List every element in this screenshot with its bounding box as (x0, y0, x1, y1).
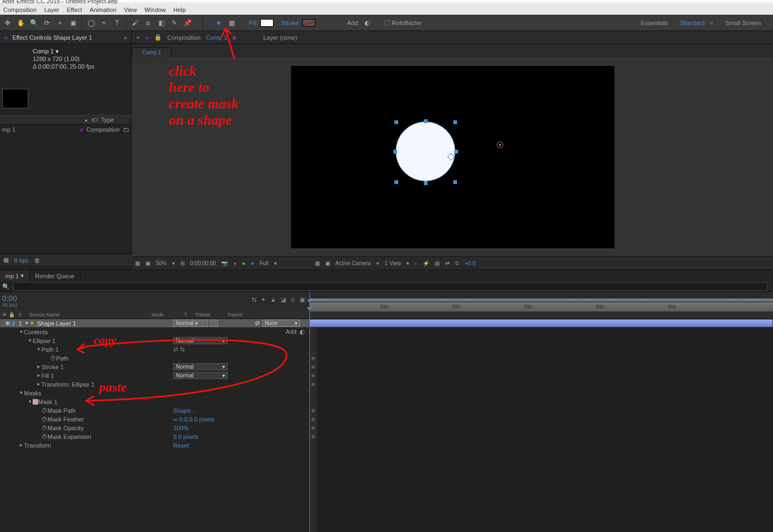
trash-icon[interactable]: 🗑 (34, 257, 40, 264)
view-dropdown[interactable]: 1 View (385, 260, 401, 266)
timeline-row[interactable]: ⏱ Mask Expansion 0.0 pixels (0, 432, 309, 441)
timeline-row[interactable]: ⏱ Path (0, 354, 309, 363)
selection-tool-icon[interactable]: ✥ (2, 17, 13, 28)
bbox-handle-tr[interactable] (453, 120, 457, 124)
camera-dropdown[interactable]: Active Camera (336, 260, 372, 266)
brush-tool-icon[interactable]: 🖌 (130, 17, 141, 28)
menu-animation[interactable]: Animation (90, 7, 117, 13)
bbox-handle-tc[interactable] (424, 119, 428, 123)
fill-label[interactable]: Fill: (249, 20, 258, 26)
reset-exp-icon[interactable]: ↻ (455, 260, 459, 266)
stopwatch-icon[interactable]: ⏱ (41, 425, 47, 431)
twirl-icon[interactable]: ► (36, 373, 41, 378)
time-display[interactable]: 0:00:00:00 (190, 260, 216, 266)
zoom-tool-icon[interactable]: 🔍 (28, 17, 39, 28)
mode-dropdown[interactable]: Normal ▾ (173, 363, 228, 370)
menu-layer[interactable]: Layer (44, 7, 59, 13)
col-t[interactable]: T (182, 312, 193, 317)
twirl-icon[interactable]: ► (19, 443, 24, 448)
rotobezier-checkbox[interactable] (385, 20, 390, 26)
tl-icon-4[interactable]: ◪ (281, 296, 286, 303)
twirl-icon[interactable]: ▼ (19, 329, 24, 334)
puppet-tool-icon[interactable]: 📌 (182, 17, 193, 28)
timeline-row[interactable]: ► Stroke 1 Normal ▾ (0, 363, 309, 371)
timeline-tab-render-queue[interactable]: Render Queue (30, 270, 81, 282)
col-index[interactable]: # (19, 312, 24, 317)
type-column[interactable]: Type (101, 117, 114, 123)
comp-tab-name[interactable]: Comp 1 (206, 34, 227, 41)
menu-help[interactable]: Help (173, 7, 186, 13)
channel-icon[interactable]: ▣ (145, 260, 150, 266)
resolution-dropdown[interactable]: Full (259, 260, 268, 266)
tab-close-icon[interactable]: × (136, 34, 139, 41)
parent-dropdown[interactable]: None ▾ (262, 320, 300, 327)
transparency-grid-icon[interactable]: ▦ (315, 260, 320, 266)
shape-tool-icon[interactable]: ◯ (86, 17, 96, 28)
mask-icon[interactable]: ▣ (325, 260, 330, 266)
workspace-standard[interactable]: Standard (680, 20, 705, 26)
menu-effect[interactable]: Effect (67, 7, 82, 13)
camera-tool-icon[interactable]: ⌖ (54, 17, 65, 28)
timeline-row[interactable]: ► Transform: Ellipse 1 (0, 380, 309, 389)
ellipse-shape[interactable] (395, 121, 455, 181)
interpret-icon[interactable]: ▦ (3, 256, 9, 264)
timeline-row[interactable]: ⏱ Mask Path Shape... (0, 406, 309, 415)
composition-viewer[interactable] (132, 57, 773, 256)
timeline-row[interactable]: 👁 ▮1 ▼ ★ Shape Layer 1 Normal ▾⊘None ▾ (0, 319, 309, 328)
pen-tool-icon[interactable]: ✒ (99, 17, 109, 28)
mode-dropdown[interactable]: Normal ▾ (173, 337, 228, 344)
timeline-row[interactable]: ▼ Contents Add: ◐ (0, 328, 309, 337)
workspace-essentials[interactable]: Essentials (641, 20, 668, 26)
rotate-tool-icon[interactable]: ⟳ (41, 17, 52, 28)
property-value[interactable]: Reset (173, 442, 189, 449)
menu-window[interactable]: Window (144, 7, 166, 13)
timeline-row[interactable]: ⏱ Mask Feather ∞ 0.0,0.0 pixels (0, 415, 309, 424)
layer-duration-bar[interactable] (309, 319, 773, 327)
time-ruler[interactable]: 01s 02s 03s 04s 05s (309, 302, 773, 311)
stroke-color-swatch[interactable] (302, 19, 315, 27)
bbox-handle-tl[interactable] (394, 120, 398, 124)
timeline-row[interactable]: ▼ Mask 1 (0, 398, 309, 406)
layer-tab[interactable]: Layer (none) (263, 34, 297, 41)
text-tool-icon[interactable]: T (112, 17, 123, 28)
anchor-point-icon[interactable] (497, 142, 503, 148)
timeline-row[interactable]: ► Fill 1 Normal ▾ (0, 371, 309, 380)
comp-name-label[interactable]: Comp 1 ▾ (33, 47, 127, 55)
timeline-row[interactable]: ▼ Ellipse 1 Normal ▾ (0, 337, 309, 345)
twirl-icon[interactable]: ► (36, 364, 41, 369)
twirl-icon[interactable]: ▼ (27, 399, 33, 404)
stamp-tool-icon[interactable]: ⧈ (143, 17, 154, 28)
show-channel-icon[interactable]: ● (233, 260, 236, 266)
property-value[interactable]: 100% (173, 425, 188, 431)
timeline-icon[interactable]: ▤ (435, 260, 440, 266)
cti-line[interactable] (309, 299, 310, 532)
tl-icon-6[interactable]: ▣ (300, 296, 305, 303)
tl-icon-1[interactable]: ⇆ (252, 296, 257, 303)
twirl-icon[interactable]: ► (36, 382, 41, 387)
flowchart-icon[interactable]: ⇄ (445, 260, 449, 266)
snapshot-icon[interactable]: 📷 (221, 260, 228, 266)
mode-dropdown[interactable]: Normal ▾ (173, 372, 228, 379)
star-icon[interactable]: ★ (213, 17, 224, 28)
bpc-value[interactable]: 8 bpc (14, 257, 29, 264)
effects-panel-tab[interactable]: ■ Effect Controls Shape Layer 1 » (0, 31, 131, 44)
roto-tool-icon[interactable]: ✎ (169, 17, 180, 28)
eraser-tool-icon[interactable]: ◧ (156, 17, 167, 28)
bbox-handle-ml[interactable] (393, 150, 397, 154)
bbox-handle-bl[interactable] (394, 180, 398, 184)
property-value[interactable]: Shape... (173, 407, 196, 414)
tl-icon-3[interactable]: ▲ (270, 296, 276, 303)
timeline-row[interactable]: ▼ Path 1 ⇄ ⇆ (0, 345, 309, 354)
stopwatch-icon[interactable]: ⏱ (50, 355, 56, 362)
label-icon[interactable]: 🏷 (92, 117, 98, 123)
project-item-row[interactable]: mp 1 ■ Composition 🗀 (0, 125, 131, 134)
fast-preview-icon[interactable]: ⚡ (423, 260, 429, 266)
timeline-row[interactable]: ► Transform Reset (0, 441, 309, 450)
hand-tool-icon[interactable]: ✋ (15, 17, 26, 28)
stroke-label[interactable]: Stroke: (281, 20, 300, 26)
tab-menu-icon[interactable]: ≡ (233, 34, 236, 41)
stopwatch-icon[interactable]: ⏱ (41, 407, 47, 414)
twirl-icon[interactable]: ▼ (27, 338, 33, 343)
bbox-handle-bc[interactable] (424, 181, 428, 185)
timeline-row[interactable]: ⏱ Mask Opacity 100% (0, 424, 309, 432)
